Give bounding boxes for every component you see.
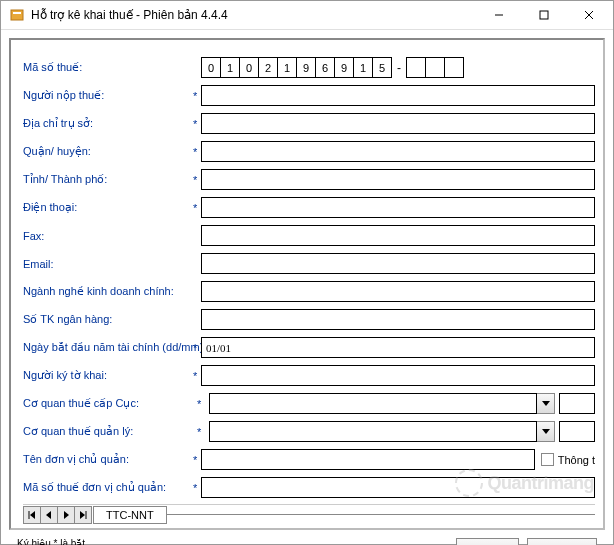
svg-rect-3 <box>540 11 548 19</box>
tax-digit[interactable]: 5 <box>372 57 392 78</box>
svg-marker-10 <box>46 511 51 519</box>
taxmgmt-dropdown-button[interactable] <box>537 421 555 442</box>
tab-nav-prev[interactable] <box>40 506 58 524</box>
tax-digit[interactable]: 6 <box>315 57 335 78</box>
close-form-button[interactable]: Đóng <box>527 538 597 545</box>
tab-nav-first[interactable] <box>23 506 41 524</box>
taxmgmt-extra-box[interactable] <box>559 421 595 442</box>
tax-ext-digit[interactable] <box>425 57 445 78</box>
parent-checkbox[interactable] <box>541 453 554 466</box>
tax-ext-digit[interactable] <box>406 57 426 78</box>
parent-checkbox-label: Thông t <box>558 454 595 466</box>
email-input[interactable] <box>201 253 595 274</box>
parenttax-label: Mã số thuế đơn vị chủ quản: <box>23 481 193 494</box>
tax-code-row: Mã số thuế: 0 1 0 2 1 9 6 9 1 5 - <box>23 54 595 81</box>
tax-ext-digit[interactable] <box>444 57 464 78</box>
tab-ttc-nnt[interactable]: TTC-NNT <box>93 506 167 524</box>
phone-input[interactable] <box>201 197 595 218</box>
parent-label: Tên đơn vị chủ quản: <box>23 453 193 466</box>
phone-label: Điện thoại: <box>23 201 193 214</box>
province-label: Tỉnh/ Thành phố: <box>23 173 193 186</box>
signer-input[interactable] <box>201 365 595 386</box>
taxpayer-label: Người nộp thuế: <box>23 89 193 102</box>
fiscal-input[interactable] <box>201 337 595 358</box>
window-title: Hỗ trợ kê khai thuế - Phiên bản 4.4.4 <box>31 8 476 22</box>
svg-marker-6 <box>542 401 550 406</box>
svg-marker-12 <box>80 511 85 519</box>
tax-digit[interactable]: 1 <box>220 57 240 78</box>
district-input[interactable] <box>201 141 595 162</box>
tab-strip: TTC-NNT <box>23 504 595 524</box>
taxdept-extra-box[interactable] <box>559 393 595 414</box>
parenttax-input[interactable] <box>201 477 595 498</box>
svg-rect-0 <box>11 10 23 20</box>
form-panel: Mã số thuế: 0 1 0 2 1 9 6 9 1 5 - <box>9 38 605 530</box>
fax-input[interactable] <box>201 225 595 246</box>
taxmgmt-label: Cơ quan thuế quản lý: <box>23 425 193 438</box>
tax-digit[interactable]: 9 <box>296 57 316 78</box>
tab-nav-last[interactable] <box>74 506 92 524</box>
parent-input[interactable] <box>201 449 535 470</box>
signer-label: Người ký tờ khai: <box>23 369 193 382</box>
taxmgmt-combo[interactable] <box>209 421 537 442</box>
svg-marker-7 <box>542 429 550 434</box>
titlebar: Hỗ trợ kê khai thuế - Phiên bản 4.4.4 <box>1 1 613 30</box>
tab-nav-next[interactable] <box>57 506 75 524</box>
app-icon <box>9 7 25 23</box>
tax-digit[interactable]: 2 <box>258 57 278 78</box>
tax-code-main: 0 1 0 2 1 9 6 9 1 5 <box>201 57 392 78</box>
footer: Ký hiệu * là bắt buộc nhập Ghi Đóng <box>9 530 605 545</box>
tax-digit[interactable]: 1 <box>353 57 373 78</box>
app-window: Hỗ trợ kê khai thuế - Phiên bản 4.4.4 Mã… <box>0 0 614 545</box>
taxdept-label: Cơ quan thuế cấp Cục: <box>23 397 193 410</box>
taxdept-combo[interactable] <box>209 393 537 414</box>
tax-digit[interactable]: 0 <box>239 57 259 78</box>
content-area: Mã số thuế: 0 1 0 2 1 9 6 9 1 5 - <box>1 30 613 545</box>
svg-marker-11 <box>64 511 69 519</box>
tax-code-label: Mã số thuế: <box>23 61 193 74</box>
save-button[interactable]: Ghi <box>456 538 519 545</box>
tax-digit[interactable]: 0 <box>201 57 221 78</box>
svg-rect-1 <box>13 12 21 14</box>
maximize-button[interactable] <box>521 1 566 29</box>
close-button[interactable] <box>566 1 611 29</box>
taxpayer-input[interactable] <box>201 85 595 106</box>
minimize-button[interactable] <box>476 1 521 29</box>
required-note: Ký hiệu * là bắt buộc nhập <box>17 537 448 545</box>
email-label: Email: <box>23 258 193 270</box>
tax-digit[interactable]: 9 <box>334 57 354 78</box>
svg-marker-9 <box>30 511 35 519</box>
taxdept-dropdown-button[interactable] <box>537 393 555 414</box>
address-input[interactable] <box>201 113 595 134</box>
tax-digit[interactable]: 1 <box>277 57 297 78</box>
business-input[interactable] <box>201 281 595 302</box>
fax-label: Fax: <box>23 230 193 242</box>
bank-label: Số TK ngân hàng: <box>23 313 193 326</box>
district-label: Quận/ huyện: <box>23 145 193 158</box>
bank-input[interactable] <box>201 309 595 330</box>
business-label: Ngành nghề kinh doanh chính: <box>23 285 193 298</box>
tax-dash: - <box>392 61 406 75</box>
province-input[interactable] <box>201 169 595 190</box>
tax-code-ext <box>406 57 464 78</box>
address-label: Địa chỉ trụ sở: <box>23 117 193 130</box>
